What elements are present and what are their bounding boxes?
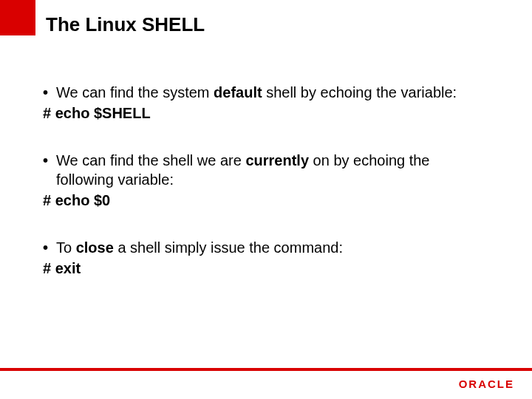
slide-title: The Linux SHELL	[46, 13, 205, 36]
bullet-dot: •	[43, 151, 56, 189]
bullet-dot: •	[43, 83, 56, 102]
text-bold: close	[76, 239, 114, 256]
bullet-line: • We can find the shell we are currently…	[43, 151, 489, 189]
bullet-text: To close a shell simply issue the comman…	[56, 238, 489, 257]
footer-accent-bar	[0, 368, 532, 371]
bullet-group: • We can find the shell we are currently…	[43, 151, 489, 210]
bullet-group: • We can find the system default shell b…	[43, 83, 489, 123]
command-prompt: #	[43, 260, 55, 276]
text-segment: We can find the system	[56, 84, 214, 100]
command-line: # exit	[43, 259, 489, 278]
bullet-line: • To close a shell simply issue the comm…	[43, 238, 489, 257]
command-text: exit	[55, 260, 81, 276]
command-prompt: #	[43, 192, 55, 208]
bullet-text: We can find the shell we are currently o…	[56, 151, 489, 189]
command-line: # echo $SHELL	[43, 103, 489, 123]
bullet-line: • We can find the system default shell b…	[43, 83, 489, 102]
text-segment: shell by echoing the variable:	[262, 84, 457, 100]
command-line: # echo $0	[43, 191, 489, 210]
bullet-group: • To close a shell simply issue the comm…	[43, 238, 489, 278]
text-segment: a shell simply issue the command:	[114, 239, 343, 256]
text-bold: default	[214, 84, 262, 100]
command-text: echo $0	[55, 192, 110, 208]
text-segment: We can find the shell we are	[56, 152, 245, 168]
command-text: echo $SHELL	[55, 105, 151, 121]
text-bold: currently	[245, 152, 309, 168]
text-segment: To	[56, 239, 76, 256]
slide-content: • We can find the system default shell b…	[43, 83, 489, 306]
header-accent-block	[0, 0, 35, 35]
bullet-dot: •	[43, 238, 56, 257]
bullet-text: We can find the system default shell by …	[56, 83, 489, 102]
oracle-logo: ORACLE	[459, 378, 514, 390]
command-prompt: #	[43, 105, 55, 121]
